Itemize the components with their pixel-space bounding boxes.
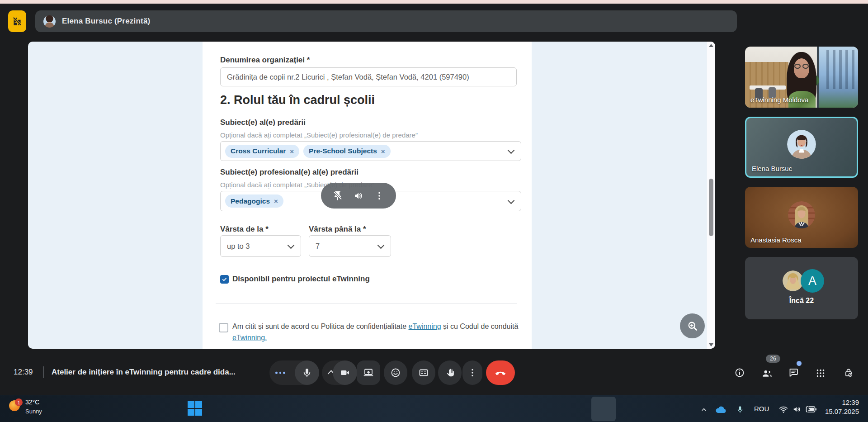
chat-notification-dot: [797, 361, 802, 366]
camera-button-group[interactable]: [322, 360, 357, 385]
subjects-multiselect[interactable]: Cross Curricular × Pre-School Subjects ×: [220, 141, 521, 161]
chat-icon: [788, 367, 799, 378]
onedrive-icon[interactable]: [714, 405, 727, 415]
participant-tile-anastasia-rosca[interactable]: Anastasia Rosca: [745, 187, 858, 248]
age-to-label: Vârsta până la *: [309, 225, 366, 234]
subjects-label: Subiect(e) al(e) predării: [220, 118, 306, 127]
battery-icon[interactable]: [806, 404, 817, 414]
overflow-avatar-letter: A: [801, 269, 824, 293]
section-title: 2. Rolul tău în cadrul școlii: [220, 93, 375, 107]
lock-person-icon: [843, 367, 854, 378]
tile-hover-controls: [321, 183, 396, 209]
chevron-down-icon: [508, 197, 515, 204]
participant-tile-elena-bursuc[interactable]: Elena Bursuc: [745, 117, 858, 178]
info-icon: [734, 367, 745, 378]
org-name-input[interactable]: [220, 67, 517, 86]
meeting-clock: 12:39: [14, 368, 33, 377]
more-audio-options-icon[interactable]: [275, 372, 285, 374]
participant-name: Anastasia Rosca: [750, 236, 802, 244]
subject-chip[interactable]: Cross Curricular ×: [225, 145, 299, 158]
consent-checkbox[interactable]: [219, 323, 228, 332]
meeting-title: Atelier de inițiere în eTwinning pentru …: [52, 368, 236, 377]
org-name-label: Denumirea organizației *: [220, 56, 310, 65]
scrollbar-thumb[interactable]: [709, 179, 713, 236]
chevron-down-icon: [508, 147, 515, 154]
active-app-highlight[interactable]: [591, 397, 616, 421]
zoom-in-button[interactable]: [680, 313, 705, 338]
windows-taskbar: 1 32°C Sunny X: [0, 395, 868, 422]
scroll-down-icon[interactable]: [709, 343, 713, 346]
presenter-banner[interactable]: Elena Bursuc (Prezintă): [35, 10, 737, 32]
activities-button[interactable]: [815, 367, 826, 379]
privacy-policy-link[interactable]: eTwinning: [409, 322, 441, 330]
title-divider: [43, 366, 44, 378]
more-options-button[interactable]: [462, 360, 482, 385]
start-button[interactable]: [186, 400, 203, 417]
available-checkbox[interactable]: [220, 275, 229, 284]
screen-share-surface[interactable]: Denumirea organizației * 2. Rolul tău în…: [28, 42, 715, 349]
mic-button-group[interactable]: [269, 360, 319, 385]
volume-icon[interactable]: [353, 190, 364, 201]
check-icon: [222, 276, 227, 282]
page-scrollbar[interactable]: [707, 42, 715, 349]
end-call-icon: [495, 367, 506, 379]
participant-name: Elena Bursuc: [752, 165, 792, 172]
participants-count-badge: 26: [766, 355, 780, 363]
consent-text: Am citit și sunt de acord cu Politica de…: [232, 321, 522, 343]
subject-chip[interactable]: Pre-School Subjects ×: [303, 145, 391, 158]
chip-close-icon[interactable]: ×: [274, 197, 278, 205]
tray-chevron-up-icon[interactable]: [700, 405, 708, 413]
meeting-details-button[interactable]: [734, 367, 746, 379]
participant-tile-etwinning-moldova[interactable]: eTwinning Moldova: [745, 47, 858, 108]
participant-avatar: [788, 201, 815, 228]
chevron-down-icon: [377, 242, 385, 249]
meet-window: Elena Bursuc (Prezintă) Denumirea organi…: [0, 0, 868, 422]
age-to-select[interactable]: 7: [309, 235, 391, 257]
tray-mic-icon[interactable]: [736, 404, 744, 414]
age-from-select[interactable]: up to 3: [220, 235, 301, 257]
tray-date[interactable]: 15.07.2025: [818, 408, 859, 415]
present-screen-icon: [363, 367, 374, 378]
form-divider: [216, 303, 517, 304]
participant-avatar: [787, 130, 816, 159]
chevron-down-icon: [288, 242, 295, 249]
building-slash-icon: [11, 15, 23, 27]
hand-icon: [444, 367, 455, 378]
presenter-avatar: [43, 15, 56, 28]
language-indicator[interactable]: ROU: [754, 405, 769, 413]
reactions-button[interactable]: [384, 360, 407, 385]
apps-grid-icon: [815, 367, 826, 379]
participant-tile-overflow[interactable]: A Încă 22: [745, 257, 858, 319]
presentation-app-badge[interactable]: [8, 10, 26, 32]
end-call-button[interactable]: [486, 360, 515, 385]
mic-button[interactable]: [295, 360, 319, 385]
people-panel-button[interactable]: [761, 367, 773, 379]
prof-subjects-label: Subiect(e) profesional(e) al(e) predării: [220, 168, 359, 177]
volume-tray-icon[interactable]: [792, 404, 803, 414]
scroll-up-icon[interactable]: [709, 44, 713, 47]
captions-icon: [418, 367, 429, 378]
more-vertical-icon[interactable]: [374, 190, 385, 201]
captions-button[interactable]: [412, 360, 435, 385]
subject-chip[interactable]: Pedagogics ×: [225, 194, 283, 208]
participant-name: eTwinning Moldova: [750, 96, 808, 104]
weather-condition[interactable]: Sunny: [25, 408, 42, 415]
chip-close-icon[interactable]: ×: [290, 147, 294, 155]
chip-close-icon[interactable]: ×: [381, 147, 385, 155]
present-button[interactable]: [357, 360, 380, 385]
camera-button[interactable]: [333, 360, 357, 385]
magnifier-plus-icon: [686, 320, 699, 332]
chat-panel-button[interactable]: [788, 367, 800, 379]
mic-icon: [302, 367, 312, 378]
wifi-icon[interactable]: [778, 404, 788, 414]
weather-alert-badge: 1: [15, 398, 23, 406]
age-from-label: Vârsta de la *: [220, 225, 269, 234]
host-controls-button[interactable]: [843, 367, 855, 379]
code-of-conduct-link[interactable]: eTwinning.: [232, 334, 267, 341]
emoji-icon: [390, 367, 401, 378]
tray-clock[interactable]: 12:39: [826, 398, 859, 406]
raise-hand-button[interactable]: [438, 360, 462, 385]
overflow-count-label: Încă 22: [745, 297, 858, 305]
unpin-icon[interactable]: [332, 190, 343, 201]
weather-temp[interactable]: 32°C: [25, 398, 39, 406]
